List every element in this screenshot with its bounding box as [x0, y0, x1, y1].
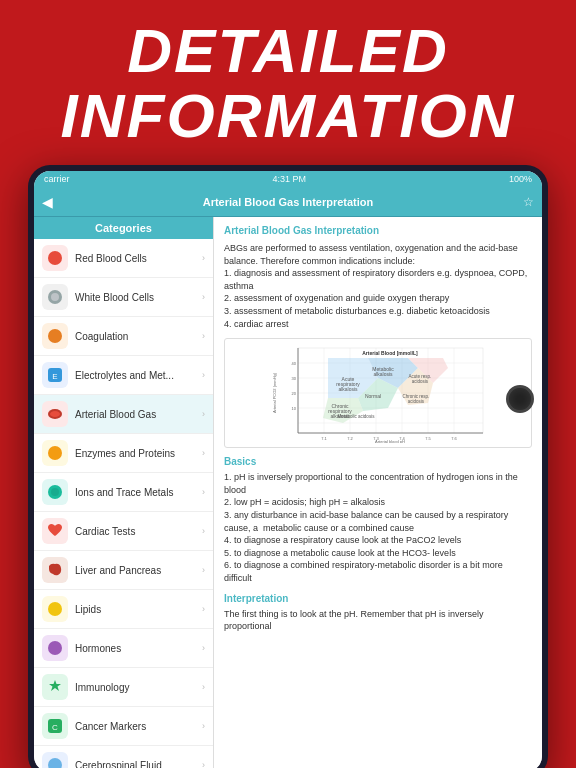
- svg-text:7.2: 7.2: [347, 436, 353, 441]
- sidebar-item-cancer-markers[interactable]: C Cancer Markers ›: [34, 707, 213, 746]
- svg-text:E: E: [52, 372, 57, 381]
- svg-text:20: 20: [292, 391, 297, 396]
- svg-text:Arterial blood pH: Arterial blood pH: [375, 439, 405, 443]
- svg-point-15: [48, 758, 62, 768]
- enzymes-proteins-label: Enzymes and Proteins: [75, 448, 202, 459]
- svg-point-10: [51, 488, 59, 496]
- chevron-icon: ›: [202, 487, 205, 497]
- favorite-button[interactable]: ☆: [523, 195, 534, 209]
- cerebrospinal-fluid-icon: [42, 752, 68, 768]
- svg-text:Metabolic acidosis: Metabolic acidosis: [338, 414, 376, 419]
- back-button[interactable]: ◀: [42, 194, 53, 210]
- sidebar-item-hormones[interactable]: Hormones ›: [34, 629, 213, 668]
- nav-title: Arterial Blood Gas Interpretation: [53, 196, 523, 208]
- svg-point-0: [48, 251, 62, 265]
- sidebar-header: Categories: [34, 217, 213, 239]
- header-line2: INFORMATION: [0, 83, 576, 148]
- svg-point-7: [50, 411, 60, 417]
- red-blood-cells-label: Red Blood Cells: [75, 253, 202, 264]
- coagulation-label: Coagulation: [75, 331, 202, 342]
- chevron-icon: ›: [202, 409, 205, 419]
- chevron-icon: ›: [202, 565, 205, 575]
- interpretation-section-title: Interpretation: [224, 593, 532, 604]
- svg-text:alkalosis: alkalosis: [373, 371, 393, 377]
- chevron-icon: ›: [202, 682, 205, 692]
- ipad-frame: carrier 4:31 PM 100% ◀ Arterial Blood Ga…: [28, 165, 548, 768]
- cerebrospinal-fluid-label: Cerebrospinal Fluid: [75, 760, 202, 769]
- ions-trace-metals-label: Ions and Trace Metals: [75, 487, 202, 498]
- battery-text: 100%: [509, 174, 532, 184]
- svg-text:Normal: Normal: [365, 393, 381, 399]
- chevron-icon: ›: [202, 292, 205, 302]
- sidebar-item-cardiac-tests[interactable]: Cardiac Tests ›: [34, 512, 213, 551]
- svg-text:7.1: 7.1: [321, 436, 327, 441]
- sidebar-item-electrolytes[interactable]: E Electrolytes and Met... ›: [34, 356, 213, 395]
- sidebar-item-ions-trace-metals[interactable]: Ions and Trace Metals ›: [34, 473, 213, 512]
- ions-trace-metals-icon: [42, 479, 68, 505]
- chevron-icon: ›: [202, 331, 205, 341]
- svg-text:alkalosis: alkalosis: [338, 386, 358, 392]
- sidebar-item-liver-pancreas[interactable]: Liver and Pancreas ›: [34, 551, 213, 590]
- cardiac-tests-label: Cardiac Tests: [75, 526, 202, 537]
- abg-chart: Acute respiratory alkalosis Metabolic al…: [229, 343, 527, 443]
- sidebar: Categories Red Blood Cells › White Blood…: [34, 217, 214, 768]
- svg-point-2: [51, 293, 59, 301]
- camera-bump: [506, 385, 534, 413]
- main-content: Categories Red Blood Cells › White Blood…: [34, 217, 542, 768]
- white-blood-cells-label: White Blood Cells: [75, 292, 202, 303]
- enzymes-proteins-icon: [42, 440, 68, 466]
- ipad-screen: carrier 4:31 PM 100% ◀ Arterial Blood Ga…: [34, 171, 542, 768]
- svg-text:acidosis: acidosis: [408, 399, 425, 404]
- hormones-icon: [42, 635, 68, 661]
- hormones-label: Hormones: [75, 643, 202, 654]
- carrier-text: carrier: [44, 174, 70, 184]
- svg-text:7.6: 7.6: [451, 436, 457, 441]
- svg-text:7.5: 7.5: [425, 436, 431, 441]
- svg-text:Arterial Blood [mmol/L]: Arterial Blood [mmol/L]: [362, 350, 418, 356]
- nav-bar: ◀ Arterial Blood Gas Interpretation ☆: [34, 187, 542, 217]
- header-line1: DETAILED: [0, 18, 576, 83]
- svg-text:acidosis: acidosis: [412, 379, 429, 384]
- chevron-icon: ›: [202, 526, 205, 536]
- immunology-label: Immunology: [75, 682, 202, 693]
- cardiac-tests-icon: [42, 518, 68, 544]
- chevron-icon: ›: [202, 604, 205, 614]
- coagulation-icon: [42, 323, 68, 349]
- abg-chart-container: Acute respiratory alkalosis Metabolic al…: [224, 338, 532, 448]
- sidebar-item-lipids[interactable]: Lipids ›: [34, 590, 213, 629]
- chevron-icon: ›: [202, 760, 205, 768]
- detail-panel: Arterial Blood Gas Interpretation ABGs a…: [214, 217, 542, 768]
- immunology-icon: [42, 674, 68, 700]
- time-text: 4:31 PM: [272, 174, 306, 184]
- arterial-blood-gas-label: Arterial Blood Gas: [75, 409, 202, 420]
- electrolytes-icon: E: [42, 362, 68, 388]
- sidebar-item-white-blood-cells[interactable]: White Blood Cells ›: [34, 278, 213, 317]
- header-section: DETAILED INFORMATION: [0, 0, 576, 160]
- svg-point-11: [48, 602, 62, 616]
- status-bar: carrier 4:31 PM 100%: [34, 171, 542, 187]
- svg-text:10: 10: [292, 406, 297, 411]
- svg-point-8: [48, 446, 62, 460]
- svg-text:Arterial PCO2 (mmHg): Arterial PCO2 (mmHg): [272, 372, 277, 413]
- sidebar-item-red-blood-cells[interactable]: Red Blood Cells ›: [34, 239, 213, 278]
- basics-text: 1. pH is inversely proportional to the c…: [224, 471, 532, 584]
- detail-intro: ABGs are performed to assess ventilation…: [224, 242, 532, 330]
- electrolytes-label: Electrolytes and Met...: [75, 370, 202, 381]
- interpretation-text: The first thing is to look at the pH. Re…: [224, 608, 532, 633]
- chevron-icon: ›: [202, 643, 205, 653]
- sidebar-item-cerebrospinal-fluid[interactable]: Cerebrospinal Fluid ›: [34, 746, 213, 768]
- basics-section-title: Basics: [224, 456, 532, 467]
- chevron-icon: ›: [202, 721, 205, 731]
- cancer-markers-icon: C: [42, 713, 68, 739]
- red-blood-cells-icon: [42, 245, 68, 271]
- chevron-icon: ›: [202, 370, 205, 380]
- svg-point-3: [48, 329, 62, 343]
- detail-title: Arterial Blood Gas Interpretation: [224, 225, 532, 236]
- sidebar-item-immunology[interactable]: Immunology ›: [34, 668, 213, 707]
- sidebar-item-coagulation[interactable]: Coagulation ›: [34, 317, 213, 356]
- chevron-icon: ›: [202, 253, 205, 263]
- sidebar-item-arterial-blood-gas[interactable]: Arterial Blood Gas ›: [34, 395, 213, 434]
- sidebar-item-enzymes-proteins[interactable]: Enzymes and Proteins ›: [34, 434, 213, 473]
- liver-pancreas-label: Liver and Pancreas: [75, 565, 202, 576]
- arterial-blood-gas-icon: [42, 401, 68, 427]
